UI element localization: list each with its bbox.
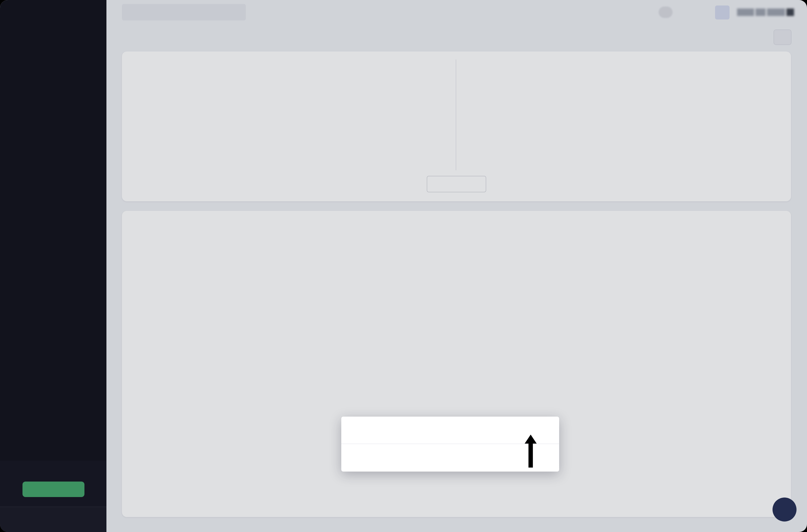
- project-selector-dropdown[interactable]: [122, 4, 246, 20]
- chat-icon[interactable]: [680, 7, 690, 17]
- pointer-arrow-icon: [524, 435, 537, 470]
- cluster-profiles-panel: [562, 220, 774, 239]
- app-window: [0, 0, 807, 532]
- topbar-right: [659, 0, 794, 24]
- divider: [456, 59, 456, 170]
- cpu-gauge: [188, 66, 273, 151]
- upsell-text: [5, 467, 101, 475]
- help-icon[interactable]: [698, 7, 708, 17]
- brand: [0, 0, 107, 8]
- breadcrumb: [254, 0, 269, 24]
- tutorial-highlight-box: [341, 417, 559, 472]
- sidebar-item-tenant-settings[interactable]: [0, 429, 107, 457]
- settings-button[interactable]: [773, 30, 791, 45]
- more-details-button[interactable]: [427, 176, 486, 192]
- cluster-profiles-title: [563, 227, 774, 234]
- usage-counter: [659, 6, 673, 18]
- docs-button[interactable]: [715, 5, 730, 19]
- topbar: [107, 0, 807, 24]
- tenant-settings-icon: [13, 438, 22, 448]
- memory-gauge: [304, 66, 389, 151]
- avatar: [787, 8, 794, 16]
- main-area: [107, 0, 807, 532]
- memory-usage-ring: [642, 59, 721, 139]
- app-version: [0, 8, 107, 16]
- upgrade-now-button[interactable]: [22, 481, 84, 497]
- cpu-usage-ring: [526, 59, 606, 139]
- upsell-banner: [0, 460, 107, 507]
- sidebar-bottom: [0, 429, 107, 532]
- metrics-card: [122, 52, 791, 201]
- redacted-user-info: [737, 8, 794, 16]
- tabbar: [107, 24, 807, 50]
- sidebar-footer: [0, 507, 107, 532]
- sidebar: [0, 0, 107, 532]
- search-fab[interactable]: [772, 497, 796, 521]
